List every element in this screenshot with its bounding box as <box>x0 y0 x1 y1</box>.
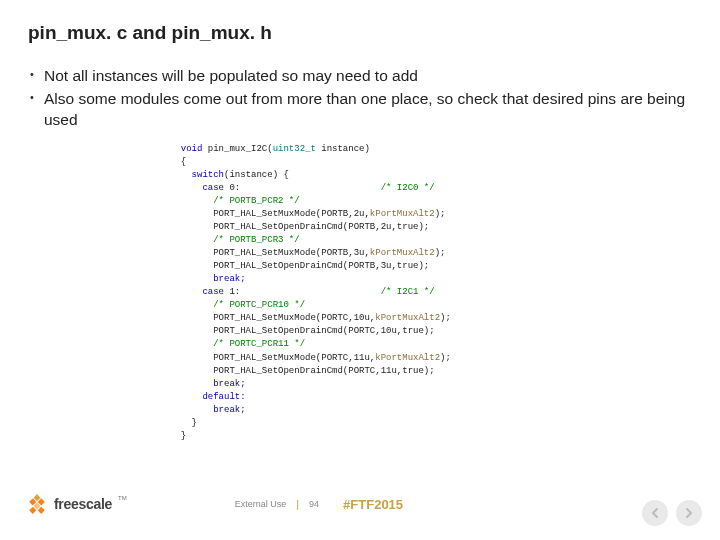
freescale-icon <box>24 491 50 517</box>
bullet-list: Not all instances will be populated so m… <box>28 66 692 131</box>
trademark: TM <box>118 495 127 501</box>
svg-rect-5 <box>29 507 36 514</box>
svg-rect-1 <box>38 498 45 505</box>
page-number: 94 <box>309 499 319 509</box>
slide: pin_mux. c and pin_mux. h Not all instan… <box>0 0 720 540</box>
svg-rect-0 <box>33 494 40 501</box>
footer: freescale TM External Use | 94 #FTF2015 <box>0 484 720 524</box>
slide-nav <box>642 500 702 526</box>
chevron-left-icon <box>649 507 661 519</box>
brand-logo: freescale TM <box>24 491 125 517</box>
slide-title: pin_mux. c and pin_mux. h <box>28 22 692 44</box>
list-item: Not all instances will be populated so m… <box>28 66 692 87</box>
prev-button[interactable] <box>642 500 668 526</box>
chevron-right-icon <box>683 507 695 519</box>
svg-rect-2 <box>29 498 36 505</box>
list-item: Also some modules come out from more tha… <box>28 89 692 131</box>
classification-label: External Use <box>235 499 287 509</box>
separator: | <box>296 498 299 510</box>
next-button[interactable] <box>676 500 702 526</box>
svg-rect-3 <box>33 503 40 510</box>
code-block: void pin_mux_I2C(uint32_t instance) { sw… <box>170 143 550 443</box>
brand-name: freescale <box>54 496 112 512</box>
event-hashtag: #FTF2015 <box>343 497 403 512</box>
svg-rect-4 <box>38 507 45 514</box>
footer-meta: External Use | 94 #FTF2015 <box>235 497 403 512</box>
